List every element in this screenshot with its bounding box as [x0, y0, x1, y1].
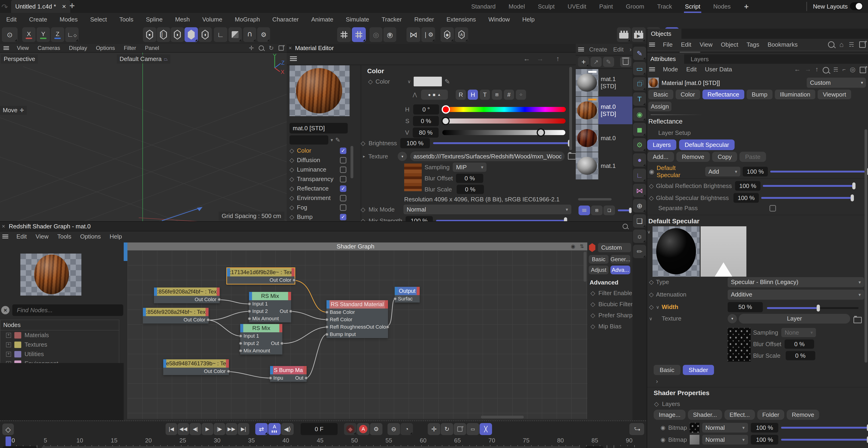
symmetry-settings-button[interactable]: ❘⚙: [421, 27, 435, 42]
menu-tracker[interactable]: Tracker: [375, 16, 408, 23]
visibility-hex-button[interactable]: ◉: [440, 27, 454, 42]
material-item[interactable]: mat.1 [STD]: [576, 69, 632, 97]
eyedropper-icon[interactable]: ✎: [335, 136, 340, 144]
channel-fog-checkbox[interactable]: [340, 204, 346, 211]
material-editor-scrollbar[interactable]: [569, 67, 572, 150]
inspector-tab-basic[interactable]: Basic: [589, 255, 609, 264]
attr-tab-bump[interactable]: Bump: [747, 90, 773, 99]
bitmap-blend-dropdown[interactable]: Normal▾: [702, 423, 748, 433]
shader-shader-button[interactable]: Shader...: [688, 410, 722, 420]
rectangle-icon[interactable]: ▭: [633, 62, 646, 75]
search-icon[interactable]: [828, 41, 835, 48]
axis-lock-z[interactable]: Z: [51, 27, 64, 42]
layer-blend-dropdown[interactable]: Add▾: [705, 167, 741, 176]
target-icon[interactable]: ◎: [850, 66, 856, 73]
node-port-row[interactable]: Input 2 Out: [249, 308, 291, 315]
viewport-rotate-icon[interactable]: ↻: [269, 44, 274, 52]
preset-dropdown[interactable]: Custom: [807, 78, 864, 88]
menu-create[interactable]: Create: [23, 16, 54, 23]
texture-dropdown-icon[interactable]: ▾: [398, 152, 407, 161]
clear-search-icon[interactable]: ×: [1, 306, 9, 314]
material-item[interactable]: mat.0: [576, 124, 632, 152]
timeline-ruler[interactable]: 51015202530354045505560657075808590: [0, 436, 647, 446]
simulation-gear-icon[interactable]: ⚙: [633, 138, 646, 151]
close-panel-icon[interactable]: ×: [2, 223, 5, 230]
range-end-field-2[interactable]: 90 F: [616, 446, 635, 448]
filter-icon[interactable]: ☴: [833, 67, 838, 73]
viewport-menu-cameras[interactable]: Cameras: [33, 45, 64, 51]
viewport-menu-panel[interactable]: Panel: [141, 45, 163, 51]
tab-attributes[interactable]: Attributes: [647, 54, 684, 64]
home-icon[interactable]: ⌂: [840, 41, 844, 48]
play-sound-button[interactable]: ▶▶: [226, 423, 237, 435]
objects-menu-edit[interactable]: Edit: [677, 41, 695, 48]
picker-mode-r[interactable]: R: [456, 90, 466, 100]
global-specular-value[interactable]: 100 %: [734, 193, 759, 203]
view-grid-button[interactable]: ⊞: [591, 206, 602, 215]
play-forward-button[interactable]: ▶: [202, 423, 213, 435]
picker-mode-t[interactable]: T: [480, 90, 490, 100]
theme-toggle[interactable]: [850, 2, 863, 10]
expand-arrow-icon[interactable]: ▸: [363, 154, 365, 159]
axis-lock-y[interactable]: Y: [36, 27, 50, 42]
attributes-menu-user-data[interactable]: User Data: [701, 66, 736, 73]
node-port-row[interactable]: Out Color: [154, 296, 220, 303]
layer-visibility-icon[interactable]: ◉: [649, 168, 654, 175]
brightness-slider[interactable]: [433, 142, 569, 144]
node-port-row[interactable]: Input 2 Out: [240, 340, 282, 347]
browser-menu-more[interactable]: ›: [630, 46, 632, 53]
hue-slider[interactable]: [443, 107, 566, 112]
objects-menu-bookmarks[interactable]: Bookmarks: [764, 41, 802, 48]
attributes-menu-edit[interactable]: Edit: [682, 66, 701, 73]
saturation-value[interactable]: 0 %: [413, 116, 439, 126]
value-slider[interactable]: [442, 130, 565, 135]
viewport-maximize-icon[interactable]: [279, 45, 284, 50]
viewport-view-label[interactable]: Perspective: [1, 55, 38, 64]
autokey-button[interactable]: ◇: [2, 423, 14, 435]
spec-texture-thumbnail[interactable]: [727, 328, 751, 361]
text-tool-icon[interactable]: T: [633, 92, 646, 106]
viewport-pan-icon[interactable]: ✛: [249, 44, 254, 52]
saturation-slider[interactable]: [442, 118, 565, 124]
search-icon[interactable]: [623, 224, 628, 229]
sculpt-blob-icon[interactable]: ●: [633, 153, 646, 167]
current-frame-field[interactable]: 0 F: [301, 423, 338, 435]
node-port-row[interactable]: Refl Color: [327, 316, 388, 323]
node-port-row[interactable]: Mix Amount: [249, 315, 291, 322]
node-port-row[interactable]: Out Color: [227, 276, 294, 284]
grid-toggle-button[interactable]: [337, 27, 351, 42]
layer-strength-value[interactable]: 100 %: [743, 167, 768, 176]
channel-color[interactable]: ◇Color: [289, 146, 347, 156]
popout-icon[interactable]: [859, 41, 866, 48]
spec-texture-layer-button[interactable]: Layer: [739, 314, 850, 323]
channel-reflectance[interactable]: ◇Reflectance: [289, 184, 347, 193]
tab-layers[interactable]: Layers: [691, 56, 709, 63]
keyframe-settings-button[interactable]: ⚙: [370, 423, 382, 435]
enable-axis-button[interactable]: ∟: [214, 27, 227, 42]
shader-effect-button[interactable]: Effect...: [724, 410, 755, 420]
step-forward-button[interactable]: |▶: [214, 423, 225, 435]
lock-icon[interactable]: ⌐: [843, 66, 846, 73]
viewport-zoom-icon[interactable]: [259, 45, 264, 50]
graph-node-texture-1[interactable]: :17134e1d6f9b28e~ : Tex Out Color: [227, 268, 294, 284]
folder-icon[interactable]: [854, 317, 862, 323]
document-tab[interactable]: Untitled 1.c4d * ×: [11, 0, 70, 13]
menu-volume[interactable]: Volume: [196, 16, 229, 23]
close-tab-icon[interactable]: ×: [62, 3, 66, 10]
spec-blur-offset-value[interactable]: 0 %: [784, 340, 814, 349]
inspector-tab-gener[interactable]: Gener...: [611, 255, 630, 264]
material-item[interactable]: mat.0 [STD]: [576, 97, 632, 124]
node-port-row[interactable]: Out Color: [143, 316, 209, 323]
cut-keys-icon[interactable]: ╳: [479, 423, 492, 435]
global-reflection-value[interactable]: 100 %: [735, 181, 761, 191]
range-slider[interactable]: 0 F: [42, 446, 580, 448]
width-label[interactable]: Width: [662, 304, 678, 311]
attenuation-dropdown[interactable]: Additive▾: [727, 289, 864, 300]
spec-texture-dropdown-icon[interactable]: ▾: [727, 314, 737, 323]
node-port-row[interactable]: Input 1: [249, 300, 291, 308]
inspector-tab-adva[interactable]: Adva...: [611, 266, 630, 274]
objects-menu-view[interactable]: View: [695, 41, 717, 48]
goto-start-button[interactable]: |◀: [165, 423, 177, 435]
layout-standard[interactable]: Standard: [465, 3, 502, 10]
points-mode[interactable]: ●: [143, 27, 156, 42]
